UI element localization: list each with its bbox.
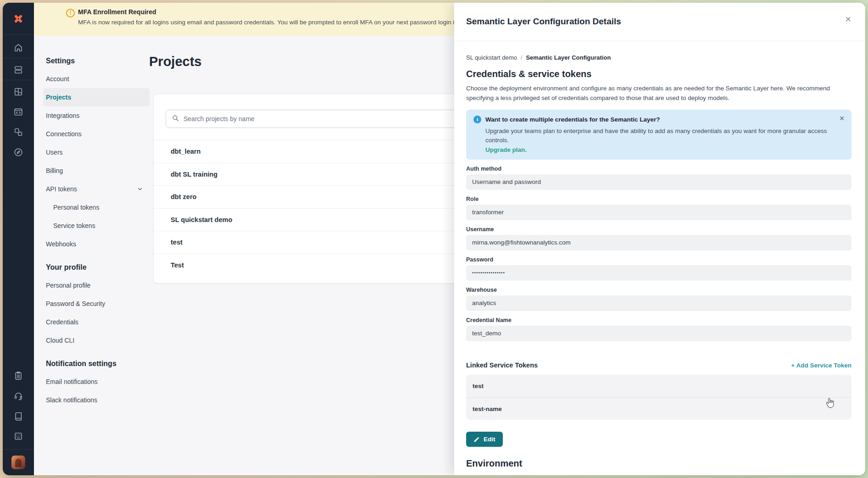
username-label: Username — [466, 226, 851, 233]
api-tokens-label: API tokens — [46, 185, 77, 193]
edit-button-label: Edit — [484, 436, 495, 443]
edit-button[interactable]: Edit — [466, 432, 503, 447]
pencil-icon — [473, 436, 480, 443]
user-avatar[interactable] — [3, 450, 34, 475]
develop-ide-icon[interactable] — [3, 102, 34, 122]
page-title: Projects — [149, 54, 201, 69]
sidebar-item-webhooks[interactable]: Webhooks — [43, 235, 150, 253]
info-close-icon[interactable]: ✕ — [839, 115, 845, 122]
tasks-clipboard-icon[interactable] — [3, 366, 34, 386]
sidebar-item-integrations[interactable]: Integrations — [43, 106, 150, 125]
avatar-image — [11, 456, 25, 469]
docs-icon[interactable] — [3, 406, 34, 426]
credential-name-label: Credential Name — [466, 317, 851, 323]
warehouse-label: Warehouse — [466, 287, 851, 293]
username-field: mirna.wong@fishtownanalytics.com — [466, 235, 851, 250]
breadcrumb-parent[interactable]: SL quickstart demo — [466, 54, 517, 61]
breadcrumb-current: Semantic Layer Configuration — [526, 54, 611, 61]
sidebar-item-connections[interactable]: Connections — [43, 125, 150, 143]
breadcrumb-separator: / — [521, 54, 523, 61]
linked-tokens-list: test test-name — [466, 375, 851, 420]
settings-nav: Settings Account Projects Integrations C… — [43, 57, 150, 409]
sidebar-item-billing[interactable]: Billing — [43, 161, 150, 180]
environment-title: Environment — [466, 458, 851, 469]
role-label: Role — [466, 196, 851, 202]
auth-method-field: Username and password — [466, 174, 851, 190]
linked-tokens-title: Linked Service Tokens — [466, 361, 538, 369]
panel-title: Semantic Layer Configuration Details — [466, 17, 852, 27]
section-description: Choose the deployment environment and co… — [466, 84, 851, 103]
sidebar-item-personal-tokens[interactable]: Personal tokens — [43, 198, 150, 217]
token-row: test-name — [466, 397, 851, 420]
dashboard-icon[interactable] — [3, 82, 34, 102]
app-window: ! MFA Enrollment Required MFA is now req… — [3, 3, 865, 475]
rail-divider — [3, 80, 34, 80]
upgrade-info-box: i Want to create multiple credentials fo… — [466, 110, 851, 160]
sidebar-item-projects[interactable]: Projects — [43, 88, 150, 106]
notifications-nav-title: Notification settings — [43, 360, 150, 368]
icon-rail — [3, 3, 34, 475]
search-icon — [172, 114, 179, 124]
chevron-down-icon — [137, 186, 143, 194]
info-box-title: Want to create multiple credentials for … — [485, 116, 660, 123]
sidebar-item-email-notifications[interactable]: Email notifications — [43, 372, 150, 391]
rail-divider — [3, 58, 34, 58]
password-label: Password — [466, 256, 851, 263]
sidebar-item-credentials[interactable]: Credentials — [43, 313, 150, 331]
warning-icon: ! — [66, 9, 75, 17]
settings-nav-title: Settings — [43, 57, 150, 65]
sidebar-item-personal-profile[interactable]: Personal profile — [43, 276, 150, 295]
auth-method-label: Auth method — [466, 166, 851, 172]
config-details-panel: Semantic Layer Configuration Details ✕ S… — [454, 3, 865, 475]
home-icon[interactable] — [3, 38, 34, 58]
password-field: •••••••••••••••• — [466, 265, 851, 281]
deploy-icon[interactable] — [3, 60, 34, 80]
info-icon: i — [473, 116, 481, 123]
role-field: transformer — [466, 205, 851, 220]
sidebar-item-service-tokens[interactable]: Service tokens — [43, 217, 150, 235]
breadcrumb: SL quickstart demo / Semantic Layer Conf… — [466, 54, 851, 61]
warehouse-field: analytics — [466, 295, 851, 311]
sidebar-item-cloud-cli[interactable]: Cloud CLI — [43, 331, 150, 350]
projects-branch-icon[interactable] — [3, 122, 34, 142]
profile-nav-title: Your profile — [43, 263, 150, 272]
environment-description: Select the deployment environment to run… — [466, 474, 851, 475]
upgrade-plan-link[interactable]: Upgrade plan. — [485, 146, 844, 153]
token-row: test — [466, 375, 851, 397]
sidebar-item-api-tokens[interactable]: API tokens — [43, 180, 150, 198]
support-headset-icon[interactable] — [3, 386, 34, 406]
dbt-logo[interactable] — [3, 3, 34, 35]
changelog-icon[interactable] — [3, 426, 34, 446]
panel-header: Semantic Layer Configuration Details ✕ — [454, 3, 865, 41]
credential-name-field: test_demo — [466, 326, 851, 341]
explore-compass-icon[interactable] — [3, 142, 34, 162]
info-box-body: Upgrade your teams plan to enterprise an… — [485, 127, 844, 145]
sidebar-item-account[interactable]: Account — [43, 70, 150, 88]
sidebar-item-slack-notifications[interactable]: Slack notifications — [43, 391, 150, 409]
add-service-token-button[interactable]: + Add Service Token — [791, 362, 851, 369]
panel-body: SL quickstart demo / Semantic Layer Conf… — [454, 41, 865, 475]
section-title: Credentials & service tokens — [466, 69, 851, 79]
sidebar-item-users[interactable]: Users — [43, 143, 150, 161]
sidebar-item-password-security[interactable]: Password & Security — [43, 295, 150, 313]
close-icon[interactable]: ✕ — [845, 16, 851, 23]
